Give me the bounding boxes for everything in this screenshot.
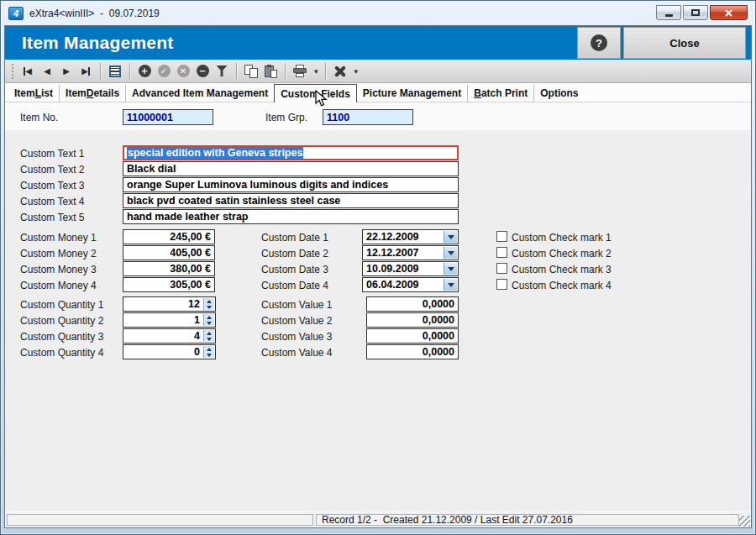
toolbar: ◀ ◀ ▶ ▶ + ✓ ✕ − ▾ ▾ (5, 60, 751, 83)
custom-quantity-2-input[interactable]: 1 (123, 312, 216, 328)
custom-money-4-input[interactable]: 305,00 € (123, 277, 215, 292)
quantity-stepper[interactable] (203, 330, 214, 342)
date-dropdown-button[interactable] (444, 263, 457, 275)
paste-icon (265, 65, 277, 78)
first-record-button[interactable]: ◀ (20, 63, 35, 80)
custom-text-5-input[interactable]: hand made leather strap (123, 209, 459, 224)
quantity-stepper[interactable] (203, 346, 214, 358)
custom-value-4-input[interactable]: 0,0000 (366, 344, 459, 359)
help-button[interactable]: ? (577, 27, 621, 59)
tab-item-details[interactable]: Item Details (59, 85, 125, 102)
delete-record-button[interactable]: − (195, 63, 210, 80)
custom-text-2-input[interactable]: Black dial (123, 161, 459, 176)
custom-checkbox-3[interactable] (496, 263, 507, 274)
date-dropdown-button[interactable] (444, 247, 457, 259)
tools-button[interactable] (333, 63, 348, 80)
chevron-down-icon (448, 267, 454, 271)
spin-down-icon[interactable] (204, 352, 214, 358)
quantity-stepper[interactable] (203, 298, 214, 310)
quantity-value-row: Custom Quantity 1 12 Custom Value 1 0,00… (5, 296, 751, 312)
field-label: Custom Text 4 (20, 196, 84, 207)
field-label: Custom Text 1 (20, 148, 84, 160)
custom-money-2-input[interactable]: 405,00 € (123, 245, 215, 260)
spin-down-icon[interactable] (204, 304, 214, 310)
custom-checkbox-1[interactable] (496, 231, 507, 242)
filter-button[interactable] (214, 63, 229, 80)
date-dropdown-button[interactable] (444, 279, 457, 291)
close-button[interactable]: Close (623, 27, 746, 59)
minimize-icon (665, 14, 673, 17)
help-icon: ? (591, 34, 607, 51)
custom-date-4-input[interactable]: 06.04.2009 (362, 277, 459, 292)
client-area: Item Management ? Close ◀ ◀ ▶ ▶ + ✓ ✕ − (4, 25, 752, 528)
custom-checkbox-2[interactable] (496, 247, 507, 258)
spin-down-icon[interactable] (204, 336, 214, 342)
custom-date-2-input[interactable]: 12.12.2007 (362, 245, 459, 260)
last-record-button[interactable]: ▶ (78, 63, 93, 80)
custom-date-3-input[interactable]: 10.09.2009 (362, 261, 459, 276)
tab-advanced-item-management[interactable]: Advanced Item Management (125, 85, 274, 102)
toolbar-grip[interactable] (12, 64, 13, 79)
copy-button[interactable] (244, 63, 259, 80)
custom-quantity-4-input[interactable]: 0 (123, 344, 216, 359)
title-bar[interactable]: 4 eXtra4<winIII> - 09.07.2019 (1, 1, 755, 25)
field-label: Custom Quantity 2 (20, 315, 103, 327)
custom-text-row: Custom Text 3 orange Super Luminova lumi… (5, 177, 751, 193)
money-date-check-row: Custom Money 1 245,00 € Custom Date 1 22… (5, 229, 751, 245)
field-label: Custom Quantity 1 (20, 299, 103, 311)
item-no-field[interactable]: 11000001 (123, 109, 213, 125)
custom-money-1-input[interactable]: 245,00 € (123, 229, 215, 244)
page-header: Item Management ? Close (5, 26, 751, 60)
mouse-cursor (315, 90, 328, 112)
spin-down-icon[interactable] (204, 320, 214, 326)
quantity-stepper[interactable] (203, 314, 214, 326)
maximize-button[interactable] (683, 5, 708, 20)
previous-record-button[interactable]: ◀ (39, 63, 55, 80)
custom-date-1-input[interactable]: 22.12.2009 (362, 229, 459, 244)
tools-dropdown-button[interactable]: ▾ (354, 67, 359, 76)
spin-up-icon[interactable] (204, 346, 214, 352)
tab-picture-management[interactable]: Picture Management (357, 85, 467, 102)
list-view-button[interactable] (108, 63, 123, 80)
spin-up-icon[interactable] (204, 314, 214, 320)
spin-up-icon[interactable] (204, 298, 214, 304)
custom-value-2-input[interactable]: 0,0000 (366, 312, 459, 328)
spin-up-icon[interactable] (204, 330, 214, 336)
custom-money-3-input[interactable]: 380,00 € (123, 261, 215, 276)
resize-grip[interactable] (739, 516, 750, 527)
custom-text-1-input[interactable]: special edition with Geneva stripes (123, 145, 459, 160)
field-label: Custom Value 4 (261, 347, 333, 359)
tab-options[interactable]: Options (533, 85, 584, 102)
status-pane-left (7, 514, 313, 526)
tab-bar: Item List Item Details Advanced Item Man… (5, 83, 751, 102)
custom-text-4-input[interactable]: black pvd coated satin stainless steel c… (123, 193, 459, 208)
next-record-button[interactable]: ▶ (59, 63, 74, 80)
field-label: Custom Money 2 (20, 248, 97, 260)
minimize-button[interactable] (656, 5, 681, 20)
custom-value-3-input[interactable]: 0,0000 (366, 328, 459, 344)
add-record-button[interactable]: + (137, 63, 152, 80)
print-button[interactable] (292, 63, 307, 80)
item-grp-field[interactable]: 1100 (323, 109, 413, 125)
print-dropdown-button[interactable]: ▾ (314, 67, 318, 76)
tab-item-list[interactable]: Item List (8, 85, 59, 102)
checkbox-label: Custom Check mark 1 (512, 232, 612, 244)
custom-quantity-1-input[interactable]: 12 (123, 296, 216, 312)
field-label: Custom Date 2 (261, 248, 328, 260)
confirm-record-button[interactable]: ✓ (156, 63, 171, 80)
custom-value-1-input[interactable]: 0,0000 (366, 296, 459, 312)
tab-batch-print[interactable]: Batch Print (467, 85, 533, 102)
custom-quantity-3-input[interactable]: 4 (123, 328, 216, 344)
field-label: Custom Value 1 (261, 299, 333, 311)
cancel-edit-button[interactable]: ✕ (176, 63, 191, 80)
date-dropdown-button[interactable] (444, 231, 457, 243)
previous-record-icon: ◀ (44, 67, 50, 76)
paste-button[interactable] (263, 63, 278, 80)
custom-text-row: Custom Text 5 hand made leather strap (5, 209, 751, 225)
custom-checkbox-4[interactable] (496, 279, 507, 290)
window-close-button[interactable] (710, 5, 748, 20)
custom-text-row: Custom Text 2 Black dial (5, 161, 751, 177)
toolbar-separator (236, 63, 237, 80)
custom-text-3-input[interactable]: orange Super Luminova luminous digits an… (123, 177, 459, 192)
page-title: Item Management (22, 33, 173, 53)
